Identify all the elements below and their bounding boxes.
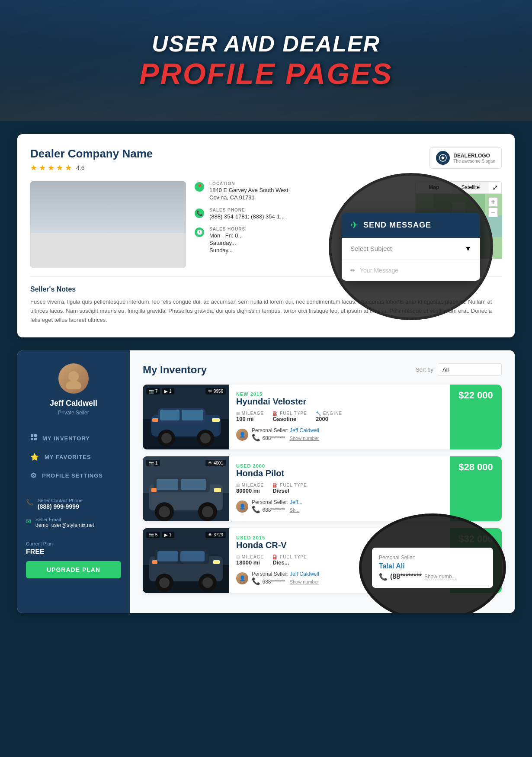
plan-label: Current Plan	[26, 541, 121, 546]
car2-seller: 👤 Personal Seller: Jeff... 📞 688******* …	[236, 499, 443, 513]
sidebar-settings-label: PROFILE SETTINGS	[42, 472, 103, 479]
car2-badge-photos: 📷 1	[146, 460, 160, 466]
car3-seller-name[interactable]: Jeff Caldwell	[290, 571, 319, 577]
car1-details: NEW 2015 Hyundai Veloster ⊞ MILEAGE 100 …	[229, 385, 450, 449]
car3-phone: 688*******	[262, 579, 285, 585]
favorites-icon: ⭐	[30, 453, 39, 461]
message-placeholder-text: Your Message	[360, 267, 398, 274]
svg-rect-15	[145, 212, 173, 225]
sidebar-contact: 📞 Seller Contact Phone (888) 999-9999 ✉ …	[26, 498, 121, 528]
dealer-logo-name: DEALERLOGO	[453, 153, 495, 159]
contact-email-value: demo_user@stylemix.net	[35, 522, 94, 528]
dealer-header: Dealer Company Name ★ ★ ★ ★ ★ 4.6	[30, 147, 502, 173]
svg-rect-3	[30, 181, 186, 233]
car2-views: 👁 4001	[205, 460, 226, 466]
car1-show-number[interactable]: Show number	[290, 436, 319, 441]
dealer-logo-text-area: DEALERLOGO The awesome Slogan	[453, 153, 495, 164]
car3-views: 👁 3729	[205, 532, 226, 538]
main-content: Dealer Company Name ★ ★ ★ ★ ★ 4.6	[0, 121, 532, 626]
svg-rect-28	[31, 434, 33, 437]
star1: ★	[30, 163, 37, 173]
fuel-label-3: ⛽ FUEL TYPE	[272, 555, 307, 559]
hero-line2: PROFILE PAGES	[139, 57, 393, 90]
inventory-header: My Inventory Sort by All Price: Low to H…	[143, 363, 502, 376]
sidebar-item-inventory[interactable]: MY INVENTORY	[26, 429, 121, 448]
svg-rect-53	[181, 479, 206, 490]
map-fullscreen-btn[interactable]: ⤢	[489, 182, 501, 193]
hero-title: USER AND DEALER PROFILE PAGES	[139, 31, 393, 90]
fuel-icon-1: ⛽	[272, 411, 280, 416]
dealer-rating: ★ ★ ★ ★ ★ 4.6	[30, 163, 153, 173]
mileage-value-2: 80000 mi	[236, 488, 264, 494]
svg-point-6	[66, 232, 78, 244]
send-message-textarea[interactable]: ✏ Your Message	[342, 260, 480, 281]
fuel-label-2: ⛽ FUEL TYPE	[272, 483, 307, 488]
car2-seller-name[interactable]: Jeff...	[290, 499, 302, 505]
svg-point-5	[42, 232, 54, 244]
car3-mileage: ⊞ MILEAGE 18000 mi	[236, 555, 264, 566]
svg-rect-65	[180, 551, 205, 561]
dealer-name-section: Dealer Company Name ★ ★ ★ ★ ★ 4.6	[30, 147, 153, 173]
car2-details: USED 2000 Honda Pilot ⊞ MILEAGE 80000 mi	[229, 456, 450, 521]
contact-email-row: ✉ Seller Email demo_user@stylemix.net	[26, 517, 121, 528]
map-zoom-out[interactable]: −	[488, 208, 498, 217]
car1-title: Hyundai Veloster	[236, 397, 443, 407]
car-listing-1: 📷 7 ▶ 1 👁 9956 NEW 2015 Hyundai Veloster…	[143, 385, 502, 449]
dealer-logo-sub: The awesome Slogan	[453, 159, 495, 164]
seller-avatar	[58, 363, 89, 394]
sidebar-item-settings[interactable]: ⚙ PROFILE SETTINGS	[26, 466, 121, 485]
location-label: LOCATION	[209, 181, 288, 186]
location-details: LOCATION 1840 E Garvey Ave South West Co…	[209, 181, 288, 201]
upgrade-plan-button[interactable]: UPGRADE PLAN	[26, 561, 121, 578]
svg-rect-64	[157, 551, 178, 561]
car2-badges: 📷 1	[146, 460, 160, 466]
profile-sidebar: Jeff Caldwell Private Seller MY INVENTOR…	[17, 350, 130, 613]
fuel-value-2: Diesel	[272, 488, 307, 494]
contact-email-icon: ✉	[26, 518, 31, 525]
car1-fuel: ⛽ FUEL TYPE Gasoline	[272, 411, 307, 422]
car1-badges: 📷 7 ▶ 1	[146, 388, 174, 395]
fuel-value-3: Dies...	[272, 559, 307, 566]
sort-label: Sort by	[416, 366, 433, 373]
edit-icon: ✏	[350, 267, 356, 274]
car3-badge-photos: 📷 5	[146, 532, 160, 538]
magnifier-show-number[interactable]: Show numb...	[424, 574, 456, 580]
car2-fuel: ⛽ FUEL TYPE Diesel	[272, 483, 307, 494]
mileage-label-3: ⊞ MILEAGE	[236, 555, 264, 559]
svg-rect-8	[91, 218, 134, 237]
svg-point-61	[159, 577, 170, 588]
svg-point-13	[145, 233, 156, 244]
mileage-label-2: ⊞ MILEAGE	[236, 483, 264, 488]
fuel-label-1: ⛽ FUEL TYPE	[272, 411, 307, 416]
magnifier-seller-name: Talal Ali	[379, 562, 486, 570]
car1-mileage: ⊞ MILEAGE 100 mi	[236, 411, 264, 422]
svg-point-49	[159, 506, 170, 517]
avatar-svg	[63, 368, 84, 389]
car2-phone: 688*******	[262, 507, 285, 513]
hero-line1: USER AND DEALER	[139, 31, 393, 57]
car3-phone-icon: 📞	[252, 577, 262, 585]
map-zoom-in[interactable]: +	[488, 197, 498, 207]
car1-seller-name[interactable]: Jeff Caldwell	[290, 427, 319, 433]
phone-label: SALES PHONE	[209, 208, 285, 212]
car1-seller-info: Personal Seller: Jeff Caldwell 📞 688****…	[252, 427, 319, 442]
car3-seller-info: Personal Seller: Jeff Caldwell 📞 688****…	[252, 571, 319, 585]
car2-seller-label: Personal Seller: Jeff...	[252, 499, 302, 505]
contact-phone-icon: 📞	[26, 499, 33, 506]
sidebar-item-favorites[interactable]: ⭐ MY FAVORITES	[26, 448, 121, 466]
svg-rect-11	[94, 211, 128, 224]
car3-fuel: ⛽ FUEL TYPE Dies...	[272, 555, 307, 566]
car2-mileage: ⊞ MILEAGE 80000 mi	[236, 483, 264, 494]
car2-show-number[interactable]: Sh...	[290, 507, 300, 513]
svg-rect-42	[160, 410, 179, 420]
car-image-3: 📷 5 ▶ 1 👁 3729	[143, 528, 229, 593]
plan-section: Current Plan FREE UPGRADE PLAN	[26, 541, 121, 578]
magnifier-phone-row: 📞 (88******** Show numb...	[379, 573, 486, 581]
car3-phone-row: 📞 688******* Show number	[252, 577, 319, 585]
car3-show-number[interactable]: Show number	[290, 579, 319, 584]
send-message-select[interactable]: Select Subject ▼	[342, 238, 480, 260]
sidebar-inventory-label: MY INVENTORY	[42, 435, 90, 442]
hours-label: SALES HOURS	[209, 227, 245, 231]
sort-select[interactable]: All Price: Low to High Price: High to Lo…	[438, 363, 502, 376]
svg-point-10	[120, 232, 132, 244]
